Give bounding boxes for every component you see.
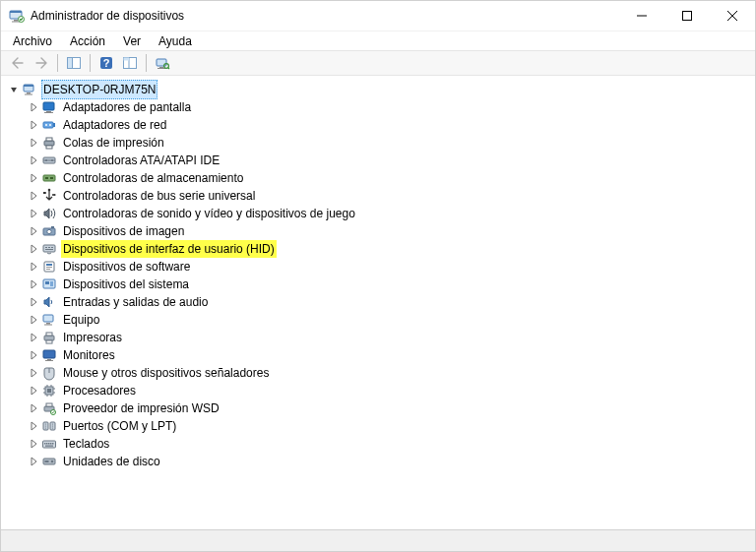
- expand-collapse-icon[interactable]: [27, 313, 40, 327]
- device-category[interactable]: Controladoras de bus serie universal: [27, 187, 753, 205]
- device-category-label: Impresoras: [61, 329, 124, 346]
- expand-collapse-icon[interactable]: [27, 331, 40, 344]
- expand-collapse-icon[interactable]: [27, 242, 40, 256]
- device-category-label: Monitores: [61, 346, 117, 364]
- expand-collapse-icon[interactable]: [27, 419, 40, 433]
- device-category[interactable]: Equipo: [27, 311, 753, 329]
- expand-collapse-icon[interactable]: [27, 348, 40, 362]
- statusbar: [1, 529, 755, 551]
- expand-collapse-icon[interactable]: [27, 401, 40, 415]
- close-button[interactable]: [710, 1, 755, 31]
- device-category[interactable]: Puertos (COM y LPT): [27, 417, 753, 435]
- expand-collapse-icon[interactable]: [27, 224, 40, 238]
- menu-view[interactable]: Ver: [115, 32, 149, 50]
- device-category[interactable]: Entradas y salidas de audio: [27, 293, 753, 311]
- svg-rect-22: [24, 85, 33, 87]
- storage-controller-icon: [41, 170, 57, 186]
- device-category[interactable]: Dispositivos de software: [27, 258, 753, 276]
- toolbar-separator: [57, 54, 58, 72]
- show-hide-tree-button[interactable]: [63, 52, 85, 74]
- svg-line-20: [168, 68, 169, 69]
- system-device-icon: [41, 276, 57, 292]
- help-button[interactable]: ?: [95, 52, 117, 74]
- expand-collapse-icon[interactable]: [27, 100, 40, 114]
- tree-root-label: DESKTOP-0RJM75N: [41, 80, 158, 99]
- printer-icon: [41, 330, 57, 345]
- wsd-print-icon: [41, 400, 57, 416]
- menu-file[interactable]: Archivo: [5, 32, 60, 50]
- device-category[interactable]: Dispositivos de interfaz de usuario (HID…: [27, 240, 753, 258]
- svg-rect-93: [46, 443, 48, 445]
- device-category[interactable]: Controladoras de almacenamiento: [27, 169, 753, 187]
- svg-point-89: [52, 425, 53, 426]
- svg-text:?: ?: [103, 57, 110, 69]
- device-category[interactable]: Controladoras ATA/ATAPI IDE: [27, 152, 753, 169]
- device-category-label: Controladoras ATA/ATAPI IDE: [61, 152, 221, 169]
- svg-rect-58: [45, 281, 49, 284]
- properties-button[interactable]: [119, 52, 141, 74]
- expand-collapse-icon[interactable]: [27, 189, 40, 203]
- window-controls: [619, 1, 755, 31]
- device-category[interactable]: Dispositivos de imagen: [27, 222, 753, 240]
- svg-point-44: [53, 194, 55, 196]
- expand-collapse-icon[interactable]: [27, 437, 40, 451]
- print-queue-icon: [41, 135, 57, 151]
- svg-rect-2: [14, 20, 18, 22]
- menu-help[interactable]: Ayuda: [151, 32, 200, 50]
- imaging-device-icon: [41, 223, 57, 239]
- expand-collapse-icon[interactable]: [27, 277, 40, 291]
- device-category[interactable]: Teclados: [27, 435, 753, 453]
- device-category[interactable]: Mouse y otros dispositivos señaladores: [27, 364, 753, 382]
- titlebar: Administrador de dispositivos: [1, 1, 755, 31]
- toolbar-separator: [146, 54, 147, 72]
- device-category[interactable]: Colas de impresión: [27, 134, 753, 152]
- device-category[interactable]: Dispositivos del sistema: [27, 276, 753, 293]
- expand-collapse-icon[interactable]: [27, 260, 40, 274]
- forward-button[interactable]: [31, 52, 52, 74]
- device-category[interactable]: Controladoras de sonido y vídeo y dispos…: [27, 205, 753, 222]
- device-category[interactable]: Proveedor de impresión WSD: [27, 399, 753, 417]
- app-icon: [9, 8, 25, 24]
- device-category[interactable]: Adaptadores de red: [27, 116, 753, 134]
- processor-icon: [41, 383, 57, 399]
- device-category-label: Teclados: [61, 435, 111, 453]
- svg-rect-55: [46, 267, 52, 268]
- expand-collapse-icon[interactable]: [27, 295, 40, 309]
- svg-rect-63: [44, 336, 54, 340]
- expand-collapse-icon[interactable]: [27, 136, 40, 150]
- expand-collapse-icon[interactable]: [27, 384, 40, 398]
- expand-collapse-icon[interactable]: [27, 207, 40, 220]
- expand-collapse-icon[interactable]: [27, 171, 40, 185]
- device-category-label: Proveedor de impresión WSD: [61, 399, 221, 417]
- maximize-button[interactable]: [664, 1, 710, 31]
- back-button[interactable]: [7, 52, 29, 74]
- device-tree-pane[interactable]: DESKTOP-0RJM75N Adaptadores de pantallaA…: [1, 76, 755, 529]
- toolbar-separator: [90, 54, 91, 72]
- device-tree: DESKTOP-0RJM75N Adaptadores de pantallaA…: [3, 78, 753, 470]
- expand-collapse-icon[interactable]: [7, 83, 21, 96]
- device-category[interactable]: Procesadores: [27, 382, 753, 399]
- svg-rect-64: [46, 333, 52, 336]
- device-category-label: Dispositivos del sistema: [61, 276, 191, 293]
- svg-point-30: [45, 124, 47, 126]
- expand-collapse-icon[interactable]: [27, 118, 40, 132]
- minimize-button[interactable]: [619, 1, 664, 31]
- device-category[interactable]: Impresoras: [27, 329, 753, 346]
- device-category[interactable]: Monitores: [27, 346, 753, 364]
- device-category-label: Colas de impresión: [61, 134, 166, 152]
- svg-rect-15: [124, 58, 130, 61]
- device-category[interactable]: Adaptadores de pantalla: [27, 98, 753, 116]
- expand-collapse-icon[interactable]: [27, 455, 40, 468]
- tree-root-computer[interactable]: DESKTOP-0RJM75N: [7, 80, 753, 98]
- device-categories: Adaptadores de pantallaAdaptadores de re…: [7, 98, 753, 470]
- scan-hardware-button[interactable]: [152, 52, 173, 74]
- device-category[interactable]: Unidades de disco: [27, 453, 753, 470]
- expand-collapse-icon[interactable]: [27, 366, 40, 380]
- sound-controller-icon: [41, 206, 57, 221]
- svg-rect-34: [46, 146, 52, 149]
- svg-rect-49: [45, 247, 47, 248]
- monitor-icon: [41, 347, 57, 363]
- expand-collapse-icon[interactable]: [27, 153, 40, 167]
- menu-action[interactable]: Acción: [62, 32, 113, 50]
- device-category-label: Controladoras de sonido y vídeo y dispos…: [61, 205, 357, 222]
